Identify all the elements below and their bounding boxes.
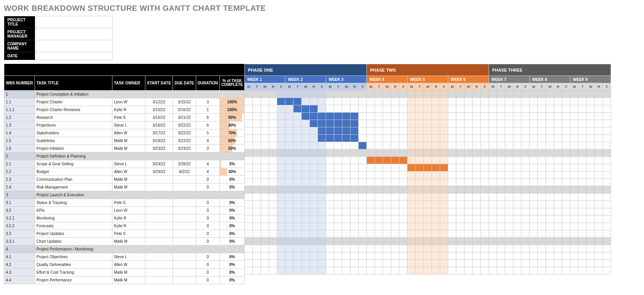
gantt-cell — [399, 120, 407, 127]
gantt-cell — [448, 113, 456, 120]
gantt-cell — [603, 186, 611, 194]
gantt-cell — [277, 245, 285, 252]
gantt-cell — [448, 142, 456, 149]
gantt-cell — [310, 91, 318, 98]
gantt-cell — [578, 208, 587, 216]
gantt-cell — [391, 194, 399, 201]
gantt-cell — [326, 105, 334, 113]
gantt-cell — [359, 149, 367, 157]
gantt-cell — [350, 113, 359, 120]
gantt-cell — [587, 186, 595, 194]
gantt-cell — [546, 238, 554, 245]
gantt-cell — [383, 223, 391, 230]
gantt-cell — [318, 105, 326, 113]
gantt-cell — [456, 157, 464, 164]
meta-value[interactable] — [35, 52, 113, 60]
meta-value[interactable] — [35, 16, 113, 28]
gantt-cell — [489, 179, 497, 186]
gantt-cell — [570, 216, 578, 223]
gantt-cell — [277, 98, 285, 105]
meta-value[interactable] — [35, 28, 113, 40]
section-row: 4Project Performance / Monitoring — [4, 245, 245, 253]
gantt-cell — [302, 216, 310, 223]
day-header: T — [334, 83, 342, 91]
gantt-cell — [294, 179, 302, 186]
day-header: F — [603, 83, 611, 91]
gantt-grid: PHASE ONEPHASE TWOPHASE THREE WEEK 1WEEK… — [244, 64, 611, 274]
gantt-cell — [391, 172, 399, 179]
gantt-cell — [538, 260, 546, 267]
gantt-cell — [554, 172, 562, 179]
gantt-cell — [302, 164, 310, 172]
gantt-cell — [570, 201, 578, 208]
gantt-cell — [603, 208, 611, 216]
gantt-cell — [391, 164, 399, 172]
gantt-cell — [505, 223, 513, 230]
gantt-cell — [253, 127, 261, 135]
gantt-cell — [464, 172, 473, 179]
gantt-cell — [399, 186, 407, 194]
gantt-cell — [350, 267, 359, 274]
day-header: W — [302, 83, 310, 91]
gantt-cell — [497, 172, 505, 179]
gantt-cell — [285, 98, 294, 105]
gantt-cell — [456, 238, 464, 245]
gantt-cell — [595, 172, 603, 179]
gantt-cell — [456, 98, 464, 105]
gantt-cell — [513, 142, 521, 149]
day-header: R — [350, 83, 359, 91]
gantt-cell — [302, 179, 310, 186]
gantt-cell — [302, 223, 310, 230]
gantt-cell — [277, 194, 285, 201]
gantt-cell — [554, 238, 562, 245]
gantt-cell — [277, 186, 285, 194]
gantt-cell — [359, 157, 367, 164]
gantt-cell — [350, 252, 359, 260]
gantt-cell — [489, 120, 497, 127]
gantt-cell — [383, 194, 391, 201]
gantt-cell — [269, 186, 277, 194]
gantt-cell — [269, 260, 277, 267]
gantt-cell — [342, 120, 350, 127]
gantt-cell — [546, 223, 554, 230]
gantt-cell — [261, 142, 269, 149]
gantt-cell — [538, 113, 546, 120]
gantt-cell — [489, 127, 497, 135]
gantt-cell — [399, 179, 407, 186]
gantt-cell — [253, 142, 261, 149]
task-row: 1.1.1Project Charter RevisionsKylie R3/1… — [4, 106, 245, 113]
gantt-cell — [326, 135, 334, 142]
gantt-cell — [375, 105, 383, 113]
gantt-cell — [595, 260, 603, 267]
meta-value[interactable] — [35, 40, 113, 52]
gantt-cell — [578, 172, 587, 179]
gantt-cell — [261, 149, 269, 157]
gantt-cell — [448, 172, 456, 179]
gantt-cell — [464, 105, 473, 113]
gantt-cell — [505, 164, 513, 172]
gantt-cell — [253, 267, 261, 274]
gantt-cell — [367, 201, 375, 208]
gantt-cell — [595, 135, 603, 142]
gantt-cell — [432, 120, 440, 127]
gantt-cell — [261, 208, 269, 216]
gantt-cell — [294, 142, 302, 149]
day-header: T — [497, 83, 505, 91]
gantt-cell — [481, 135, 489, 142]
gantt-cell — [399, 223, 407, 230]
gantt-cell — [253, 216, 261, 223]
gantt-cell — [562, 194, 570, 201]
gantt-cell — [578, 127, 587, 135]
gantt-cell — [464, 98, 473, 105]
gantt-cell — [603, 267, 611, 274]
gantt-cell — [294, 260, 302, 267]
gantt-cell — [245, 230, 253, 238]
task-table: WBS NUMBERTASK TITLETASK OWNERSTART DATE… — [4, 64, 245, 284]
gantt-cell — [530, 105, 538, 113]
gantt-cell — [464, 127, 473, 135]
gantt-cell — [245, 267, 253, 274]
gantt-cell — [538, 91, 546, 98]
gantt-cell — [595, 120, 603, 127]
gantt-cell — [302, 127, 310, 135]
gantt-cell — [440, 223, 448, 230]
